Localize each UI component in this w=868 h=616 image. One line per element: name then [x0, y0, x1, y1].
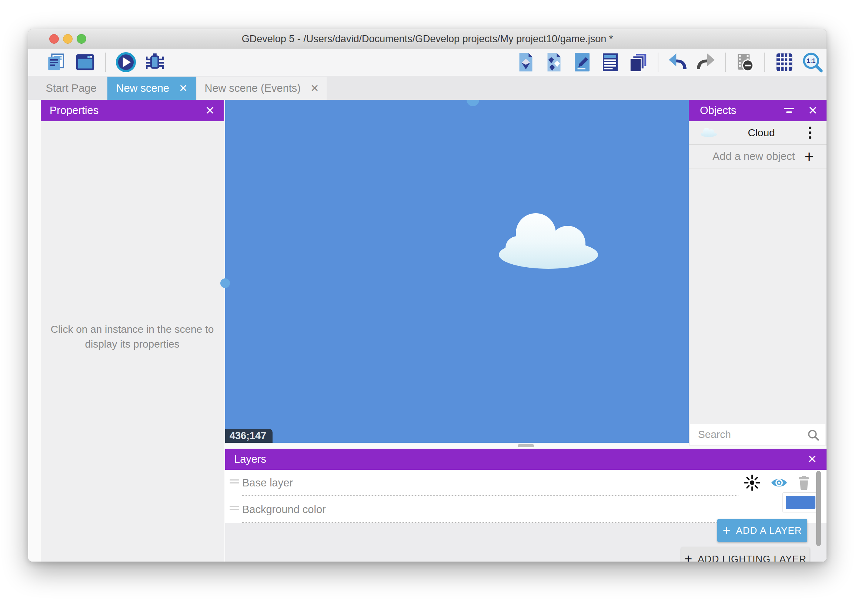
preview-play-icon[interactable] [115, 51, 137, 73]
window-title: GDevelop 5 - /Users/david/Documents/GDev… [102, 29, 752, 49]
lighting-icon[interactable] [744, 474, 761, 493]
close-icon[interactable]: ✕ [205, 105, 215, 116]
add-layer-button[interactable]: + ADD A LAYER [717, 519, 807, 542]
add-lighting-layer-button[interactable]: + ADD LIGHTING LAYER [681, 547, 810, 562]
objects-panel-header: Objects ✕ [689, 100, 827, 121]
object-search [690, 424, 826, 445]
tab-new-scene-events[interactable]: New scene (Events) ✕ [197, 77, 327, 100]
tab-new-scene[interactable]: New scene ✕ [107, 77, 196, 100]
cursor-coordinates: 436;147 [225, 429, 272, 443]
objects-groups-icon[interactable] [543, 51, 565, 73]
drag-handle-icon[interactable] [230, 479, 239, 485]
properties-panel: Properties ✕ Click on an instance in the… [41, 100, 224, 562]
layers-panel-title: Layers [234, 453, 266, 465]
cloud-sprite[interactable] [498, 209, 599, 270]
panel-resize-handle[interactable] [467, 100, 479, 106]
add-icon: + [684, 551, 692, 562]
objects-panel-title: Objects [700, 104, 783, 116]
properties-panel-header: Properties ✕ [41, 100, 224, 121]
delete-layer-icon[interactable] [798, 475, 810, 492]
layers-icon[interactable] [627, 51, 649, 73]
gdevelop-window: GDevelop 5 - /Users/david/Documents/GDev… [28, 29, 827, 562]
titlebar: GDevelop 5 - /Users/david/Documents/GDev… [28, 29, 827, 49]
scene-properties-icon[interactable] [571, 51, 593, 73]
minimize-window-button[interactable] [63, 34, 72, 44]
svg-text:1:1: 1:1 [807, 57, 815, 64]
tab-label: Start Page [46, 82, 96, 94]
panel-resize-handle[interactable] [220, 278, 230, 288]
object-menu-icon[interactable] [809, 127, 812, 139]
object-list-item-cloud[interactable]: Cloud [689, 121, 827, 145]
background-color-swatch[interactable] [786, 496, 815, 509]
project-manager-icon[interactable] [45, 51, 68, 73]
maximize-window-button[interactable] [77, 34, 86, 44]
redo-icon[interactable] [695, 51, 717, 73]
objects-panel: Objects ✕ [689, 100, 827, 446]
scene-editor-icon[interactable] [74, 51, 96, 73]
properties-panel-title: Properties [50, 104, 99, 116]
layers-panel: Layers ✕ Base layer [225, 449, 827, 562]
layers-panel-header: Layers ✕ [225, 449, 827, 470]
toolbar-separator [725, 53, 726, 72]
toolbar-separator [658, 53, 659, 72]
layer-name[interactable]: Base layer [242, 470, 293, 496]
close-icon[interactable]: ✕ [807, 454, 817, 465]
properties-empty-message: Click on an instance in the scene to dis… [41, 322, 224, 352]
add-object-label: Add a new object [712, 150, 804, 162]
render-mask-icon[interactable] [734, 51, 756, 73]
add-icon[interactable]: + [804, 148, 814, 165]
toolbar-separator [105, 53, 106, 72]
tab-start-page[interactable]: Start Page [35, 77, 107, 100]
add-lighting-layer-label: ADD LIGHTING LAYER [698, 553, 806, 562]
tab-label: New scene (Events) [205, 82, 301, 94]
filter-icon[interactable] [783, 107, 795, 115]
add-object-icon[interactable] [515, 51, 537, 73]
scene-canvas[interactable]: 436;147 [225, 100, 689, 443]
add-icon: + [722, 523, 731, 538]
grid-icon[interactable] [773, 51, 796, 73]
tab-label: New scene [116, 82, 169, 94]
drag-handle-icon[interactable] [230, 506, 239, 512]
traffic-lights [49, 34, 86, 44]
cloud-thumbnail-icon [700, 127, 718, 139]
layers-panel-resize-handle[interactable] [518, 444, 534, 447]
debug-icon[interactable] [144, 51, 166, 73]
add-new-object-row[interactable]: Add a new object + [689, 145, 827, 168]
instances-list-icon[interactable] [599, 51, 621, 73]
layers-scrollbar[interactable] [816, 471, 821, 546]
layer-name[interactable]: Background color [242, 496, 326, 523]
search-icon[interactable] [807, 429, 819, 441]
toolbar: 1:1 [28, 49, 827, 76]
undo-icon[interactable] [667, 51, 689, 73]
tab-close-icon[interactable]: ✕ [310, 82, 319, 94]
object-name: Cloud [718, 127, 805, 139]
close-window-button[interactable] [49, 34, 59, 44]
layer-row-base[interactable]: Base layer [225, 470, 827, 496]
object-search-input[interactable] [690, 424, 826, 445]
tab-close-icon[interactable]: ✕ [179, 82, 187, 94]
close-icon[interactable]: ✕ [808, 105, 818, 116]
visibility-eye-icon[interactable] [770, 476, 788, 490]
editor-tabs: Start Page New scene ✕ New scene (Events… [28, 76, 827, 100]
toolbar-separator [764, 53, 765, 72]
add-layer-label: ADD A LAYER [736, 525, 802, 536]
zoom-one-to-one-icon[interactable]: 1:1 [801, 51, 824, 73]
background-color-picker[interactable] [783, 493, 818, 512]
